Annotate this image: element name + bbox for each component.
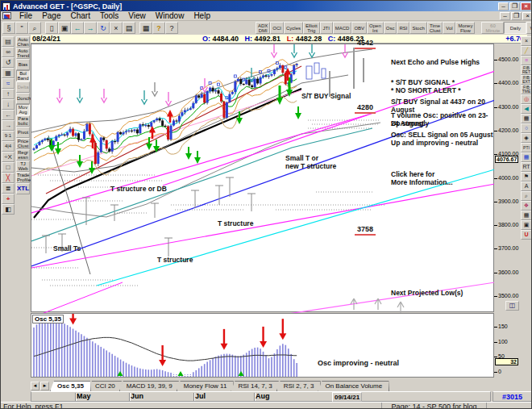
study-button-rsi[interactable]: RSI: [397, 22, 409, 34]
timeframe-weekly[interactable]: Weekly: [526, 22, 532, 34]
pti-study-icon[interactable]: PTI: [521, 143, 532, 152]
paste-icon[interactable]: ▤: [123, 22, 135, 34]
mob-study-icon[interactable]: ◀: [521, 104, 532, 114]
scroll-left-icon[interactable]: ←: [2, 110, 15, 120]
study-mov-avg[interactable]: MovAvg: [16, 104, 30, 115]
fib-retracement-icon[interactable]: FIBRET: [521, 65, 532, 75]
menu-item-view[interactable]: View: [123, 11, 151, 20]
prev-chart-icon[interactable]: ←: [71, 22, 84, 34]
menu-item-window[interactable]: Window: [151, 11, 189, 20]
study-button-time-clust[interactable]: TimeClust: [427, 22, 443, 34]
undo-icon[interactable]: U: [521, 230, 532, 240]
new-chart-icon[interactable]: ▯: [45, 22, 58, 34]
study-tj-web[interactable]: TJWeb: [16, 161, 30, 172]
study-button-open-int[interactable]: OpenInt: [367, 22, 384, 34]
fib-time-icon[interactable]: FIBTME: [521, 85, 532, 94]
chart-annotation[interactable]: Click here for More Information...: [391, 170, 453, 186]
close-button[interactable]: ×: [521, 2, 531, 10]
main-chart[interactable]: Next Echo and Pulse Highs* S/T BUY SIGNA…: [31, 44, 494, 312]
child-minimize-button[interactable]: –: [500, 12, 510, 20]
tab-rsi-2-7-3[interactable]: RSI 2, 7, 3: [276, 381, 322, 391]
study-button-obv[interactable]: OBV: [351, 22, 367, 34]
next-chart-icon[interactable]: →: [84, 22, 97, 34]
refresh-icon[interactable]: ↻: [97, 22, 110, 34]
oscillator-panel[interactable]: Osc 5,35 Osc improving - neutral: [31, 313, 494, 378]
menu-item-file[interactable]: File: [15, 11, 37, 20]
rt-study-icon[interactable]: RT: [521, 162, 532, 172]
box-drawing-icon[interactable]: ▦: [521, 114, 532, 123]
ellipse-drawing-icon[interactable]: ○: [521, 123, 532, 133]
box-select-icon[interactable]: □: [2, 162, 15, 173]
print-icon[interactable]: ▦: [139, 22, 152, 34]
cursor-date-box[interactable]: 09/14/21: [332, 392, 362, 402]
split-view-icon[interactable]: 4|4: [2, 141, 15, 152]
tab-cci-20[interactable]: CCI 20: [88, 381, 123, 391]
child-window-icon[interactable]: [2, 12, 11, 19]
watch-list-icon[interactable]: ∞: [2, 47, 15, 57]
tab-osc-5-35[interactable]: Osc 5,35: [50, 381, 91, 391]
child-restore-button[interactable]: ❐: [511, 12, 522, 20]
copy-window-icon[interactable]: ▣: [521, 220, 532, 230]
menu-item-help[interactable]: Help: [189, 11, 215, 20]
study-button-elliott-trig[interactable]: ElliottTrig: [303, 22, 320, 34]
gann-diamond-icon[interactable]: ◈: [521, 133, 532, 143]
child-close-button[interactable]: ×: [522, 12, 532, 20]
pencil-icon[interactable]: ╱: [521, 46, 532, 56]
elliott-wave-icon[interactable]: ≈: [2, 78, 15, 89]
delete-chart-icon[interactable]: ×: [110, 22, 123, 34]
add-icon[interactable]: +: [2, 194, 15, 204]
scroll-down-icon[interactable]: ↓: [2, 99, 15, 110]
study-button-money-flow[interactable]: MoneyFlow: [455, 22, 475, 34]
study-button-oci[interactable]: OCI: [270, 22, 284, 34]
study-button-stoch[interactable]: Stoch: [409, 22, 426, 34]
context-help-icon[interactable]: ?: [165, 22, 178, 34]
fib-circle-icon[interactable]: ◎: [521, 94, 532, 104]
divide-icon[interactable]: ÷X: [2, 152, 15, 162]
ratio-icon[interactable]: 9:1: [2, 131, 15, 141]
fib-extension-icon[interactable]: FIBEXT: [521, 75, 532, 85]
tab-macd-19-39-9[interactable]: MACD 19, 39, 9: [119, 381, 180, 391]
timeframe-daily[interactable]: Daily: [504, 22, 526, 34]
exit-icon[interactable]: ◧: [2, 204, 15, 215]
help-icon[interactable]: ?: [152, 22, 165, 34]
lines-icon[interactable]: ╳: [2, 173, 15, 183]
quotes-icon[interactable]: ”: [15, 22, 28, 34]
link-icon[interactable]: §: [2, 22, 15, 34]
search-icon[interactable]: ⌕: [28, 22, 41, 34]
tab-scroll-left[interactable]: ◄: [31, 382, 39, 390]
study-button-jti[interactable]: JTI: [320, 22, 333, 34]
study-button-osc[interactable]: Osc: [384, 22, 397, 34]
study-donch[interactable]: Donch: [16, 93, 30, 104]
study-button-cycles[interactable]: Cycles: [284, 22, 303, 34]
study-trade-profile[interactable]: TradeProfile: [16, 172, 30, 183]
study-button-adx-dmi[interactable]: ADXDMI: [256, 22, 270, 34]
menu-item-chart[interactable]: Chart: [65, 11, 94, 20]
study-button-vol[interactable]: Vol: [443, 22, 455, 34]
flag-marker-icon[interactable]: ⚑: [521, 172, 532, 182]
study-button-macd[interactable]: MACD: [333, 22, 352, 34]
regression-lines-icon[interactable]: ≡: [521, 56, 532, 65]
tib-lines-icon[interactable]: ≣: [2, 183, 15, 194]
study-xtl[interactable]: XTL: [16, 183, 30, 194]
study-price-clust[interactable]: PriceClust: [16, 138, 30, 149]
study-delta[interactable]: Delta: [16, 81, 30, 93]
study-auto-trend[interactable]: AutoTrend: [16, 48, 30, 59]
open-folder-icon[interactable]: ▤: [2, 36, 15, 47]
study-pivot[interactable]: Pivot: [16, 127, 30, 138]
axis-settings-button[interactable]: ◫: [505, 301, 519, 311]
delete-drawing-icon[interactable]: ×: [521, 36, 532, 46]
minimize-button[interactable]: –: [498, 2, 509, 10]
zoom-in-icon[interactable]: ⌕: [521, 191, 532, 201]
study-regr-essn[interactable]: Regressn: [16, 149, 30, 161]
scroll-right-icon[interactable]: →: [2, 120, 15, 131]
menu-item-page[interactable]: Page: [37, 11, 65, 20]
tab-money-flow-11[interactable]: Money Flow 11: [177, 381, 235, 391]
menu-item-tools[interactable]: Tools: [95, 11, 123, 20]
study-para-bolic[interactable]: Parabolic: [16, 115, 30, 127]
tab-rsi-14-7-3[interactable]: RSI 14, 7, 3: [231, 381, 279, 391]
title-bar[interactable]: Advanced GET - [^GSPC, Daily] – ❐ ×: [1, 1, 532, 11]
gann-grid-icon[interactable]: ▦: [521, 152, 532, 162]
timeframe-60-minute[interactable]: 60Minute: [481, 22, 504, 34]
maximize-button[interactable]: ❐: [509, 2, 520, 10]
quick-reset-icon[interactable]: ↺: [2, 57, 15, 68]
